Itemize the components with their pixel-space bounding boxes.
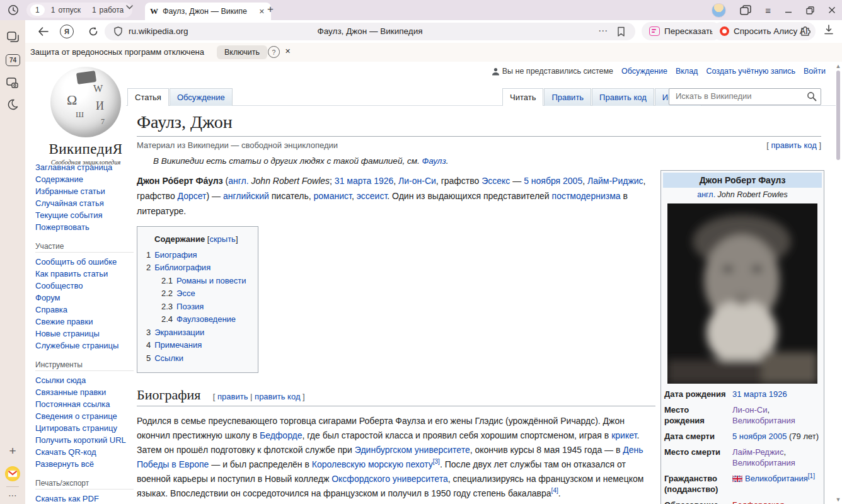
toc-item[interactable]: 2.1Романы и повести bbox=[146, 275, 246, 288]
nav-link[interactable]: Скачать как PDF bbox=[35, 493, 134, 504]
page-scrollbar[interactable]: ▲ ▼ bbox=[834, 62, 842, 504]
nav-link[interactable]: Получить короткий URL bbox=[35, 434, 134, 446]
nav-link[interactable]: Свежие правки bbox=[35, 316, 134, 328]
nav-link[interactable]: Избранные статьи bbox=[35, 185, 134, 197]
toc-item[interactable]: 2.2Эссе bbox=[146, 287, 246, 301]
wiki-tab[interactable]: Обсуждение bbox=[170, 88, 233, 106]
nav-link[interactable]: Текущие события bbox=[35, 209, 134, 221]
retell-button[interactable]: Пересказать bbox=[642, 22, 722, 40]
nav-link[interactable]: Ссылки сюда bbox=[35, 374, 134, 386]
history-icon[interactable] bbox=[6, 3, 21, 18]
wikipedia-logo[interactable]: Ω W И Ш 7 ВикипедиЯ Свободная энциклопед… bbox=[33, 62, 139, 166]
address-more-icon[interactable]: ⋯ bbox=[598, 25, 608, 37]
nav-link[interactable]: Справка bbox=[35, 304, 134, 316]
nav-link[interactable]: Случайная статья bbox=[35, 197, 134, 209]
lead-paragraph: Джон Ро́берт Фа́улз (англ. John Robert F… bbox=[137, 173, 655, 219]
nav-link[interactable]: Пожертвовать bbox=[35, 221, 134, 233]
nav-link[interactable]: Содержание bbox=[35, 173, 134, 185]
userbar-link[interactable]: Войти bbox=[804, 67, 826, 76]
nav-link[interactable]: Цитировать страницу bbox=[35, 422, 134, 434]
warning-close-icon[interactable]: ✕ bbox=[285, 47, 291, 55]
search-input[interactable] bbox=[674, 91, 803, 101]
notifications-badge[interactable]: 74 bbox=[6, 54, 20, 66]
extensions-puzzle-icon[interactable] bbox=[799, 24, 812, 37]
active-browser-tab[interactable]: W Фаулз, Джон — Википе ✕ bbox=[145, 3, 271, 20]
tab-groups-chevron-icon[interactable] bbox=[124, 5, 136, 9]
bookmark-icon[interactable] bbox=[617, 26, 625, 37]
refresh-icon[interactable] bbox=[84, 23, 102, 40]
user-icon bbox=[492, 67, 500, 76]
new-tab-button[interactable]: + bbox=[267, 3, 274, 16]
nav-link[interactable]: Постоянная ссылка bbox=[35, 398, 134, 410]
address-bar[interactable]: ru.wikipedia.org Фаулз, Джон — Википедия… bbox=[105, 23, 635, 40]
edit-source-link[interactable]: [ править код ] bbox=[766, 140, 821, 150]
tab-group-chip[interactable]: 1 bbox=[30, 4, 45, 16]
wiki-tab[interactable]: Править код bbox=[592, 88, 654, 106]
nav-link[interactable]: Сведения о странице bbox=[35, 410, 134, 422]
sidebar-panels-icon[interactable] bbox=[5, 29, 20, 44]
browser-tabbar: 1 1 отпуск 1 работа W Фаулз, Джон — Вики… bbox=[0, 0, 842, 20]
toc-hide-toggle[interactable]: [скрыть] bbox=[207, 234, 238, 244]
toc-item[interactable]: 2.4Фаулзоведение bbox=[146, 313, 246, 326]
wiki-tab[interactable]: Статья bbox=[127, 88, 169, 106]
tab-group-chip[interactable]: 1 отпуск bbox=[46, 4, 86, 16]
tab-title: Фаулз, Джон — Википе bbox=[163, 7, 253, 16]
help-icon[interactable]: ? bbox=[268, 46, 280, 58]
close-window-icon[interactable] bbox=[828, 6, 836, 14]
scroll-up-icon[interactable]: ▲ bbox=[835, 63, 841, 69]
search-icon[interactable] bbox=[807, 91, 817, 101]
wiki-tab[interactable]: Править bbox=[544, 88, 591, 106]
scrollbar-thumb[interactable] bbox=[836, 71, 840, 160]
tab-group-chip[interactable]: 1 работа bbox=[87, 4, 129, 16]
article-title: Фаулз, Джон bbox=[137, 112, 821, 137]
login-status: Вы не представились системе bbox=[492, 67, 613, 76]
toc-item[interactable]: 1Биография bbox=[146, 249, 246, 262]
nav-link[interactable]: Сообщество bbox=[35, 280, 134, 292]
tab-close-icon[interactable]: ✕ bbox=[258, 6, 266, 17]
section-heading-biography: Биография [ править | править код ] bbox=[137, 387, 655, 406]
scroll-down-icon[interactable]: ▼ bbox=[835, 496, 841, 503]
nav-link[interactable]: Форум bbox=[35, 292, 134, 304]
minimize-icon[interactable] bbox=[785, 6, 792, 14]
section-edit-links[interactable]: [ править | править код ] bbox=[213, 392, 305, 401]
userbar-link[interactable]: Обсуждение bbox=[621, 67, 667, 76]
menu-icon[interactable]: ≡ bbox=[765, 5, 771, 16]
profile-avatar[interactable] bbox=[712, 3, 726, 18]
browser-side-rail: 74 + ⋯ bbox=[0, 20, 25, 504]
yandex-button[interactable]: Я bbox=[60, 25, 74, 38]
yandex-mail-icon[interactable] bbox=[5, 466, 20, 481]
nav-link[interactable]: Служебные страницы bbox=[35, 340, 134, 352]
rail-more-icon[interactable]: ⋯ bbox=[5, 488, 20, 503]
downloads-icon[interactable] bbox=[823, 24, 834, 35]
nav-link[interactable]: Скачать QR-код bbox=[35, 446, 134, 458]
toc-item[interactable]: 4Примечания bbox=[146, 339, 246, 352]
nav-link[interactable]: Как править статьи bbox=[35, 268, 134, 280]
wiki-search-box[interactable] bbox=[669, 88, 821, 105]
toc-item[interactable]: 2Библиография bbox=[146, 261, 246, 275]
nav-link[interactable]: Развернуть всё bbox=[35, 458, 134, 470]
portrait-photo[interactable] bbox=[667, 203, 817, 384]
uk-flag-icon bbox=[732, 476, 742, 482]
screenshot-icon[interactable] bbox=[5, 76, 20, 91]
wiki-tab[interactable]: Читать bbox=[502, 88, 543, 106]
toc-item[interactable]: 3Экранизации bbox=[146, 326, 246, 340]
nav-link[interactable]: Сообщить об ошибке bbox=[35, 256, 134, 268]
nav-link[interactable]: Заглавная страница bbox=[35, 161, 134, 173]
toc-item[interactable]: 2.3Поэзия bbox=[146, 301, 246, 314]
userbar-link[interactable]: Вклад bbox=[676, 67, 698, 76]
alice-label: Спросить Алису AI bbox=[734, 26, 808, 36]
restore-icon[interactable] bbox=[806, 6, 814, 14]
userbar-link[interactable]: Создать учётную запись bbox=[706, 67, 795, 76]
nav-link[interactable]: Связанные правки bbox=[35, 386, 134, 398]
nav-section-header: Участие bbox=[35, 242, 134, 253]
rail-add-icon[interactable]: + bbox=[5, 444, 20, 459]
dark-mode-moon-icon[interactable] bbox=[5, 97, 20, 112]
tab-panels-icon[interactable] bbox=[740, 5, 751, 15]
back-icon[interactable] bbox=[34, 23, 52, 40]
table-of-contents: Содержание [скрыть] 1Биография 2Библиогр… bbox=[137, 226, 258, 373]
infobox-row: Гражданство (подданство) Великобритания[… bbox=[663, 471, 822, 497]
enable-protection-button[interactable]: Включить bbox=[217, 45, 267, 59]
nav-link[interactable]: Новые страницы bbox=[35, 328, 134, 340]
infobox-row: Дата рождения 31 марта 1926 bbox=[663, 386, 822, 402]
toc-item[interactable]: 5Ссылки bbox=[146, 352, 246, 365]
